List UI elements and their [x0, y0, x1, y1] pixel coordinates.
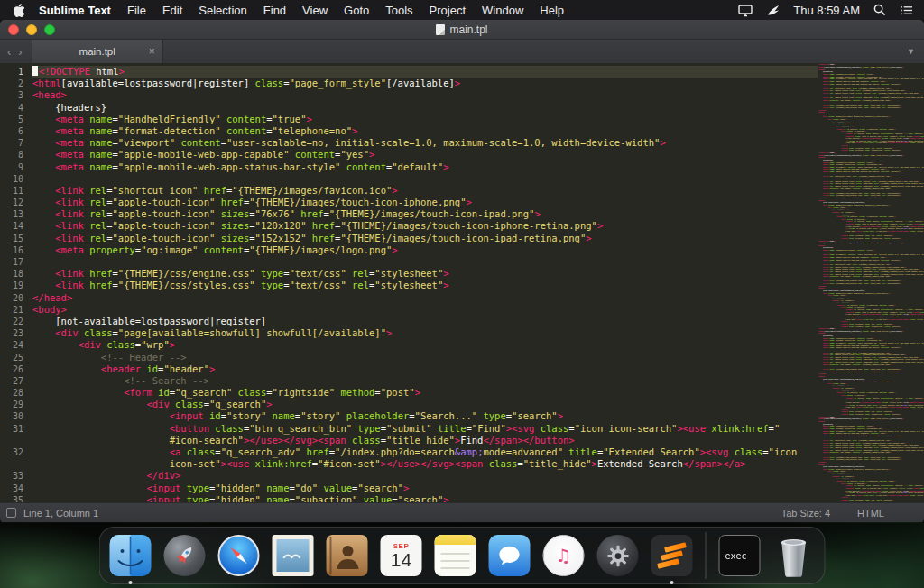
code-row[interactable]: 12 <link rel="apple-touch-icon" href="{T… [0, 197, 924, 208]
menu-goto[interactable]: Goto [344, 4, 369, 17]
stamp-picture [277, 539, 310, 572]
dock-mail[interactable] [271, 533, 316, 578]
close-window-button[interactable] [8, 24, 19, 35]
menu-help[interactable]: Help [540, 4, 564, 17]
code-row[interactable]: 35 <input type="hidden" name="subaction"… [0, 494, 924, 502]
code-row[interactable]: 28 <form id="q_search" class="rightside"… [0, 387, 924, 399]
code-row[interactable]: 33 </div> [0, 470, 924, 482]
code-row[interactable]: #icon-search"></use></svg><span class="t… [0, 435, 924, 446]
line-number: 13 [0, 208, 32, 220]
syntax-indicator[interactable]: HTML [857, 508, 884, 519]
code-row[interactable]: 8 <meta name="apple-mobile-web-app-capab… [0, 149, 924, 161]
dock-contacts[interactable] [325, 533, 370, 578]
code-row[interactable]: 19 <link href="{THEME}/css/styles.css" t… [0, 280, 924, 291]
notification-center-icon[interactable] [900, 5, 913, 16]
code-text: <meta name="apple-mobile-web-app-capable… [32, 149, 924, 161]
code-row[interactable]: 27 <!-- Search --> [0, 375, 924, 387]
cursor-position: Line 1, Column 1 [23, 508, 98, 519]
code-row[interactable]: icon-set"><use xlink:href="#icon-set"></… [0, 458, 924, 470]
code-row[interactable]: 4 {headers} [0, 102, 924, 114]
dock-notes[interactable] [433, 533, 478, 578]
code-row[interactable]: 10 [0, 173, 924, 185]
code-row[interactable]: 30 <input id="story" name="story" placeh… [0, 410, 924, 422]
dock-itunes[interactable]: ♫ [541, 533, 587, 578]
tab-forward-icon[interactable]: › [18, 45, 22, 59]
code-row[interactable]: 32 <a class="q_search_adv" href="/index.… [0, 446, 924, 458]
menu-bar-clock[interactable]: Thu 8:59 AM [793, 4, 860, 17]
menu-view[interactable]: View [302, 4, 328, 17]
code-row[interactable]: 25 <!-- Header --> [0, 352, 924, 363]
dock-trash[interactable] [772, 533, 817, 578]
display-menu-icon[interactable] [738, 4, 753, 17]
menu-items: FileEditSelectionFindViewGotoToolsProjec… [127, 4, 580, 17]
menu-selection[interactable]: Selection [199, 4, 246, 17]
code-row[interactable]: 18 <link href="{THEME}/css/engine.css" t… [0, 268, 924, 280]
code-row[interactable]: 11 <link rel="shortcut icon" href="{THEM… [0, 185, 924, 197]
code-row[interactable]: 26 <header id="header"> [0, 363, 924, 375]
code-row[interactable]: 7 <meta name="viewport" content="user-sc… [0, 137, 924, 149]
dock-sublime-text[interactable] [650, 533, 695, 578]
minimize-window-button[interactable] [26, 24, 37, 35]
code-row[interactable]: 14 <link rel="apple-touch-icon" sizes="1… [0, 220, 924, 232]
code-row[interactable]: 2<html[available=lostpassword|register] … [0, 78, 924, 89]
code-lines: 1<!DOCTYPE html>2<html[available=lostpas… [0, 63, 924, 502]
apple-menu-icon[interactable] [13, 4, 24, 17]
tab-close-icon[interactable]: × [149, 46, 155, 57]
menu-tools[interactable]: Tools [385, 4, 412, 17]
line-number: 25 [0, 352, 32, 363]
tab-size-indicator[interactable]: Tab Size: 4 [781, 508, 830, 519]
code-row[interactable]: 6 <meta name="format-detection" content=… [0, 125, 924, 137]
code-row[interactable]: 9 <meta name="apple-mobile-web-app-statu… [0, 161, 924, 173]
dock-system-gear[interactable] [596, 533, 641, 578]
line-number: 7 [0, 137, 32, 149]
code-text: <body> [32, 304, 924, 316]
code-row[interactable]: 29 <div class="q_search"> [0, 399, 924, 410]
menu-window[interactable]: Window [482, 4, 523, 17]
code-row[interactable]: 15 <link rel="apple-touch-icon" sizes="1… [0, 233, 924, 244]
window-title-bar[interactable]: main.tpl [0, 20, 924, 40]
tab-back-icon[interactable]: ‹ [7, 45, 11, 59]
code-text: <div class="wrp"> [32, 339, 924, 351]
menu-find[interactable]: Find [263, 4, 286, 17]
code-row[interactable]: 34 <input type="hidden" name="do" value=… [0, 482, 924, 494]
window-title: main.tpl [449, 23, 487, 36]
spotlight-icon[interactable] [873, 4, 886, 16]
code-row[interactable]: 3<head> [0, 89, 924, 101]
code-row[interactable]: 31 <button class="btn q_search_btn" type… [0, 423, 924, 435]
menu-project[interactable]: Project [430, 4, 466, 17]
dock-calendar[interactable]: SEP 14 [379, 533, 424, 578]
dock-messages[interactable] [487, 533, 532, 578]
tab-main-tpl[interactable]: main.tpl × [32, 40, 163, 63]
dock-launchpad[interactable] [162, 533, 208, 578]
menu-file[interactable]: File [127, 4, 146, 17]
dock-safari[interactable] [217, 533, 262, 578]
code-row[interactable]: 23 <div class="page[available=showfull] … [0, 327, 924, 339]
menu-edit[interactable]: Edit [162, 4, 182, 17]
code-row[interactable]: 24 <div class="wrp"> [0, 339, 924, 351]
dock: SEP 14 ♫ exec [99, 527, 826, 584]
code-text: <!DOCTYPE html> [32, 66, 924, 78]
code-text: <link href="{THEME}/css/engine.css" type… [32, 268, 924, 280]
running-indicator [670, 581, 674, 584]
dock-exec-terminal[interactable]: exec [717, 533, 762, 578]
notes-lines [441, 553, 470, 555]
code-row[interactable]: 13 <link rel="apple-touch-icon" sizes="7… [0, 208, 924, 220]
code-row[interactable]: 5 <meta name="HandheldFriendly" content=… [0, 114, 924, 125]
code-row[interactable]: 16 <meta property="og:image" content="{T… [0, 244, 924, 256]
code-row[interactable]: 22 [not-available=lostpassword|register] [0, 316, 924, 327]
dock-finder[interactable] [108, 533, 153, 578]
bird-menu-icon[interactable] [766, 5, 780, 16]
code-row[interactable]: 1<!DOCTYPE html> [0, 66, 924, 78]
code-row[interactable]: 21<body> [0, 304, 924, 316]
editor[interactable]: 1<!DOCTYPE html>2<html[available=lostpas… [0, 63, 924, 502]
status-icon [6, 508, 16, 518]
zoom-window-button[interactable] [44, 24, 55, 35]
code-row[interactable]: 20</head> [0, 292, 924, 304]
minimap[interactable]: <!DOCTYPE html><html[available=lostpassw… [818, 63, 924, 502]
code-row[interactable]: 17 [0, 256, 924, 268]
text-caret [32, 66, 38, 76]
tab-overflow-icon[interactable]: ▼ [907, 47, 924, 56]
calendar-icon: SEP 14 [381, 535, 422, 576]
running-indicator [129, 581, 133, 584]
app-menu[interactable]: Sublime Text [39, 4, 111, 17]
